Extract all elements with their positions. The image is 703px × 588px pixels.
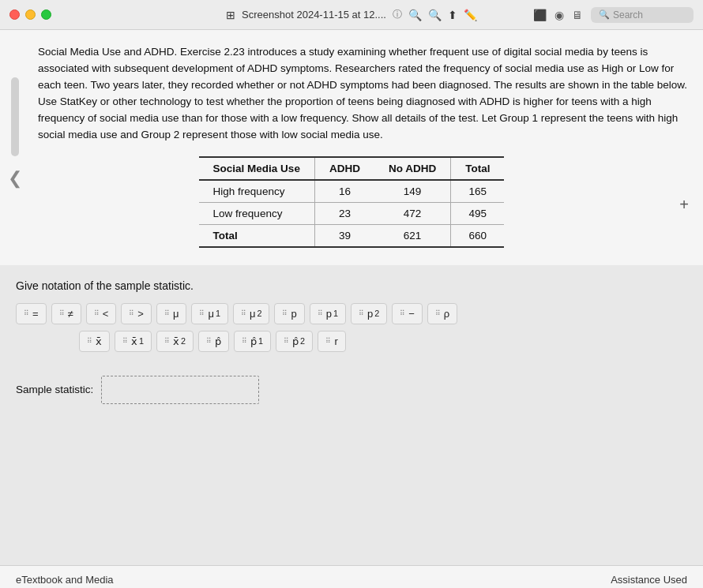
window-title: ⊞ Screenshot 2024-11-15 at 12.... ⓘ 🔍 🔍 …: [226, 8, 477, 21]
title-bar: ⊞ Screenshot 2024-11-15 at 12.... ⓘ 🔍 🔍 …: [0, 0, 703, 30]
row2-total: 495: [451, 202, 505, 224]
sym-btn-neq[interactable]: ⠿≠: [51, 303, 81, 324]
plus-icon[interactable]: +: [679, 196, 689, 214]
symbol-row-1: ⠿= ⠿≠ ⠿< ⠿> ⠿μ ⠿μ1 ⠿μ2 ⠿p ⠿p1 ⠿p2 ⠿− ⠿ρ: [16, 303, 687, 324]
row2-no-adhd: 472: [374, 202, 451, 224]
minimize-button[interactable]: [25, 9, 36, 20]
row2-label: Low frequency: [199, 202, 315, 224]
data-table: Social Media Use ADHD No ADHD Total High…: [199, 156, 505, 248]
col-header-total: Total: [451, 157, 505, 180]
symbol-buttons: ⠿= ⠿≠ ⠿< ⠿> ⠿μ ⠿μ1 ⠿μ2 ⠿p ⠿p1 ⠿p2 ⠿− ⠿ρ …: [16, 303, 687, 352]
sample-statistic-row: Sample statistic:: [16, 376, 687, 404]
etextbook-media-link[interactable]: eTextbook and Media: [16, 574, 114, 586]
title-bar-right: ⬛ ◉ 🖥 🔍 Search: [533, 7, 694, 23]
scrollbar-thumb[interactable]: [11, 77, 19, 156]
sym-btn-p[interactable]: ⠿p: [274, 303, 304, 324]
table-row-total: Total 39 621 660: [199, 224, 505, 247]
sym-btn-equals[interactable]: ⠿=: [16, 303, 47, 324]
total-adhd: 39: [314, 224, 374, 247]
sample-statistic-label: Sample statistic:: [16, 384, 93, 395]
table-wrapper: Social Media Use ADHD No ADHD Total High…: [16, 156, 687, 248]
sym-btn-minus[interactable]: ⠿−: [392, 303, 423, 324]
sym-btn-phat2[interactable]: ⠿p̂2: [276, 331, 313, 352]
sym-btn-r[interactable]: ⠿r: [318, 331, 346, 352]
sym-btn-gt[interactable]: ⠿>: [121, 303, 152, 324]
table-row: High frequency 16 149 165: [199, 180, 505, 203]
col-header-adhd: ADHD: [314, 157, 374, 180]
sym-btn-phat[interactable]: ⠿p̂: [198, 331, 229, 352]
sym-btn-xbar2[interactable]: ⠿x̄2: [156, 331, 194, 352]
problem-text: Social Media Use and ADHD. Exercise 2.23…: [38, 44, 687, 144]
total-label: Total: [199, 224, 315, 247]
col-header-no-adhd: No ADHD: [374, 157, 451, 180]
footer-bar: eTextbook and Media Assistance Used: [0, 565, 703, 588]
row1-no-adhd: 149: [374, 180, 451, 203]
table-row: Low frequency 23 472 495: [199, 202, 505, 224]
sym-btn-mu[interactable]: ⠿μ: [156, 303, 187, 324]
sym-btn-mu1[interactable]: ⠿μ1: [191, 303, 228, 324]
question-label: Give notation of the sample statistic.: [16, 279, 687, 292]
row2-adhd: 23: [314, 202, 374, 224]
sym-btn-phat1[interactable]: ⠿p̂1: [234, 331, 271, 352]
lower-section: Give notation of the sample statistic. ⠿…: [0, 265, 703, 565]
title-text: Screenshot 2024-11-15 at 12....: [242, 9, 386, 21]
total-no-adhd: 621: [374, 224, 451, 247]
sym-btn-xbar[interactable]: ⠿x̄: [79, 331, 110, 352]
sym-btn-mu2[interactable]: ⠿μ2: [233, 303, 270, 324]
sample-statistic-input[interactable]: [101, 376, 259, 404]
total-total: 660: [451, 224, 505, 247]
content-area: ❮ Social Media Use and ADHD. Exercise 2.…: [0, 30, 703, 265]
close-button[interactable]: [9, 9, 20, 20]
symbol-row-2: ⠿x̄ ⠿x̄1 ⠿x̄2 ⠿p̂ ⠿p̂1 ⠿p̂2 ⠿r: [16, 331, 687, 352]
row1-total: 165: [451, 180, 505, 203]
sym-btn-lt[interactable]: ⠿<: [86, 303, 117, 324]
sym-btn-rho[interactable]: ⠿ρ: [427, 303, 457, 324]
maximize-button[interactable]: [41, 9, 51, 20]
col-header-social-media: Social Media Use: [199, 157, 315, 180]
scroll-arrow[interactable]: ❮: [8, 168, 22, 189]
row1-adhd: 16: [314, 180, 374, 203]
row1-label: High frequency: [199, 180, 315, 203]
search-box[interactable]: 🔍 Search: [591, 7, 694, 23]
traffic-lights: [9, 9, 51, 20]
assistance-used-label: Assistance Used: [611, 574, 687, 586]
sym-btn-p1[interactable]: ⠿p1: [310, 303, 346, 324]
sym-btn-xbar1[interactable]: ⠿x̄1: [115, 331, 152, 352]
sym-btn-p2[interactable]: ⠿p2: [351, 303, 387, 324]
